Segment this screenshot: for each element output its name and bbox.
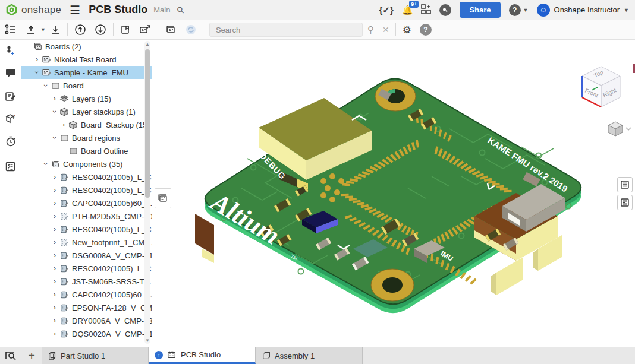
- share-button[interactable]: Share: [460, 2, 500, 18]
- history-icon[interactable]: [4, 135, 17, 148]
- tree-row[interactable]: ›RESC0402(1005)_L_C...: [21, 262, 152, 275]
- tree-expand-chevron-icon[interactable]: ›: [51, 225, 59, 233]
- upload-caret-icon[interactable]: ▼: [40, 27, 46, 33]
- pull-changes-button[interactable]: [90, 24, 111, 36]
- tree-row[interactable]: ›RESC0402(1005)_L_C...: [21, 170, 152, 183]
- chip-icon: [59, 277, 70, 286]
- tree-row[interactable]: Board Outline: [21, 144, 152, 157]
- versions-icon[interactable]: [4, 45, 17, 58]
- tree-scrollbar[interactable]: ▲ ▼: [144, 41, 150, 344]
- tree-row[interactable]: ›Board regions: [21, 131, 152, 144]
- tree-row[interactable]: ›Layer stackups (1): [21, 105, 152, 118]
- tree-row[interactable]: ›JST-SM06B-SRSS-TB...: [21, 275, 152, 288]
- element-tab-pcb-studio[interactable]: ↑PCB Studio: [149, 347, 256, 364]
- comments-icon[interactable]: [4, 67, 17, 80]
- tree-row[interactable]: ›Board_Stackup (15): [21, 118, 152, 131]
- search-tabs-icon[interactable]: [0, 347, 21, 364]
- tree-expand-chevron-icon[interactable]: ›: [51, 199, 59, 207]
- tree-expand-chevron-icon[interactable]: ›: [51, 107, 59, 116]
- tree-row[interactable]: ›Nikolai Test Board: [21, 53, 152, 66]
- tree-row-label: Boards (2): [45, 42, 81, 51]
- download-button[interactable]: [46, 24, 65, 35]
- structure-panel-toggle[interactable]: [0, 24, 21, 35]
- tree-row[interactable]: ›New_footprint_1_CMP...: [21, 236, 152, 249]
- tree-expand-chevron-icon[interactable]: ›: [51, 134, 59, 142]
- onshape-logo[interactable]: onshape: [6, 4, 61, 16]
- workspace-name[interactable]: Main: [153, 5, 170, 14]
- tree-expand-chevron-icon[interactable]: ›: [59, 121, 68, 129]
- tree-expand-chevron-icon[interactable]: ›: [51, 94, 59, 103]
- element-tab-part-studio-1[interactable]: Part Studio 1: [42, 347, 149, 364]
- tree-expand-chevron-icon[interactable]: ›: [42, 160, 50, 168]
- tree-row[interactable]: ›CAPC0402(1005)60_L...: [21, 197, 152, 210]
- tree-expand-chevron-icon[interactable]: ›: [51, 238, 59, 246]
- tree-row[interactable]: ›EPSON-FA-128_V_CM...: [21, 301, 152, 314]
- copy-document-button[interactable]: [116, 24, 135, 35]
- tree-row[interactable]: ›Layers (15): [21, 92, 152, 105]
- search-icon[interactable]: ⚲: [363, 24, 379, 35]
- tree-row[interactable]: ›RESC0402(1005)_L_C...: [21, 183, 152, 197]
- assembly-tab-icon: [262, 351, 271, 360]
- tree-expand-chevron-icon[interactable]: ›: [51, 277, 59, 286]
- tree-scroll-down-icon[interactable]: ▼: [144, 338, 150, 343]
- tree-expand-chevron-icon[interactable]: ›: [51, 290, 59, 299]
- tree-row[interactable]: ›Components (35): [21, 157, 152, 170]
- export-board-button[interactable]: [135, 24, 155, 35]
- tree-scroll-up-icon[interactable]: ▲: [144, 42, 150, 47]
- tree-expand-chevron-icon[interactable]: ›: [51, 330, 59, 338]
- learning-center-icon[interactable]: [439, 4, 451, 16]
- help-menu[interactable]: ? ▼: [509, 4, 529, 16]
- tree-expand-chevron-icon[interactable]: ›: [51, 251, 59, 259]
- element-tab-assembly-1[interactable]: Assembly 1: [256, 347, 363, 364]
- tree-expand-chevron-icon[interactable]: ›: [51, 303, 59, 312]
- tree-expand-chevron-icon[interactable]: ›: [42, 81, 50, 90]
- tree-expand-chevron-icon[interactable]: ›: [51, 173, 59, 181]
- apps-grid-icon[interactable]: [421, 4, 431, 16]
- menu-hamburger-icon[interactable]: ☰: [70, 4, 80, 16]
- chip-icon: [59, 225, 70, 234]
- user-menu[interactable]: ☺ Onshape Instructor ▼: [537, 4, 629, 17]
- chip-icon: [59, 264, 70, 273]
- tree-expand-chevron-icon[interactable]: ›: [51, 186, 59, 194]
- featurescript-icon[interactable]: {✓}: [379, 5, 393, 15]
- view-cube-home-icon[interactable]: [608, 122, 631, 136]
- tree-row-label: New_footprint_1_CMP...: [72, 238, 152, 247]
- tree-row-label: RESC0402(1005)_L_C...: [72, 173, 152, 182]
- view-cube[interactable]: Top Front Right: [582, 67, 620, 107]
- tree-row[interactable]: ›Board: [21, 79, 152, 92]
- upload-button[interactable]: [21, 24, 40, 35]
- search-input[interactable]: [209, 23, 363, 37]
- tree-row[interactable]: ›DSG0008A_V_CMP-01...: [21, 249, 152, 262]
- settings-gear-icon[interactable]: ⚙: [398, 24, 416, 36]
- reference-manager-icon[interactable]: ?: [4, 112, 17, 125]
- edit-description-icon[interactable]: [4, 90, 17, 103]
- tree-row[interactable]: ›DQS0020A_V_CMP-01...: [21, 327, 152, 340]
- properties-checklist-icon[interactable]: [4, 160, 17, 173]
- tree-expand-chevron-icon[interactable]: ›: [33, 68, 41, 77]
- add-tab-button[interactable]: +: [21, 347, 42, 364]
- clear-search-icon[interactable]: ✕: [379, 25, 393, 34]
- boards-panel-toggle[interactable]: [155, 188, 171, 208]
- tree-expand-chevron-icon[interactable]: ›: [33, 55, 41, 64]
- tree-row[interactable]: ›Sample - Kame_FMU: [21, 66, 152, 79]
- pcb-3d-view[interactable]: DEBUG Altium TM KAME FMU rev.2 2019 IMU …: [152, 40, 635, 347]
- tree-row[interactable]: ›RESC0402(1005)_L_C...: [21, 223, 152, 236]
- pcb-structure-tree: Boards (2)›Nikolai Test Board›Sample - K…: [21, 40, 152, 347]
- tree-expand-chevron-icon[interactable]: ›: [51, 316, 59, 325]
- toolbar-help-icon[interactable]: ?: [416, 24, 436, 36]
- tree-expand-chevron-icon[interactable]: ›: [51, 264, 59, 273]
- notifications-bell-icon[interactable]: 🔔9+: [402, 5, 413, 15]
- push-changes-button[interactable]: [70, 24, 90, 36]
- boards-tool-button[interactable]: [161, 24, 181, 35]
- tree-row[interactable]: Boards (2): [21, 40, 152, 53]
- layers-panel-button[interactable]: [617, 177, 633, 192]
- tree-row[interactable]: ›CAPC0402(1005)60_L...: [21, 288, 152, 301]
- tree-row[interactable]: ›DRY0006A_V_CMP-03...: [21, 314, 152, 327]
- tree-row-label: DRY0006A_V_CMP-03...: [72, 316, 152, 325]
- share-link-icon[interactable]: ⚲: [175, 4, 187, 16]
- stackup-panel-button[interactable]: [617, 195, 633, 210]
- tree-expand-chevron-icon[interactable]: ›: [51, 212, 59, 220]
- tree-row[interactable]: ›PTH-M2D5X5_CMP-00...: [21, 210, 152, 223]
- graphics-area[interactable]: DEBUG Altium TM KAME FMU rev.2 2019 IMU …: [152, 40, 635, 347]
- tree-scrollbar-thumb[interactable]: [145, 49, 150, 198]
